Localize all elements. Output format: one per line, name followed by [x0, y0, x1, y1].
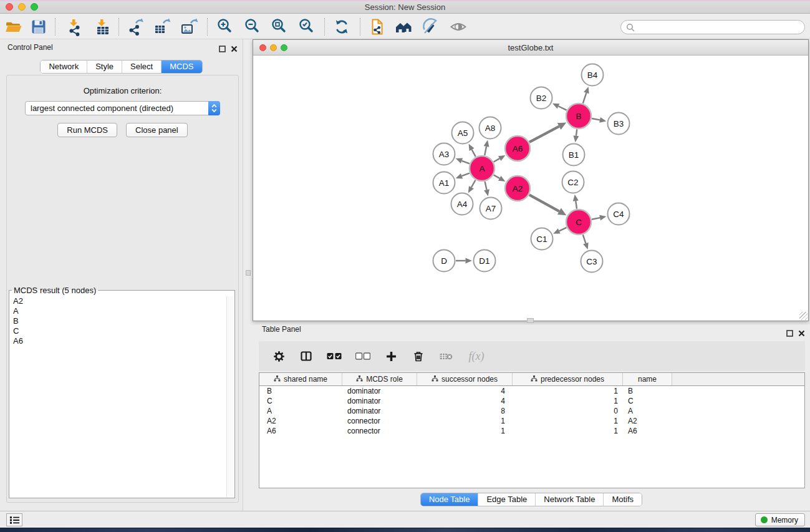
export-image-button[interactable] [179, 17, 199, 37]
graph-node-A2[interactable]: A2 [505, 176, 530, 201]
graph-node-B1[interactable]: B1 [563, 144, 585, 166]
graph-edge-C-C3[interactable] [583, 235, 589, 249]
graph-edge-B-B4[interactable] [583, 87, 589, 104]
graph-edge-A-A1[interactable] [456, 173, 470, 179]
zoom-fit-button[interactable] [269, 17, 289, 37]
apply-layout-button[interactable] [332, 17, 352, 37]
float-panel-icon[interactable] [219, 44, 226, 55]
graph-node-C2[interactable]: C2 [562, 172, 584, 193]
export-network-button[interactable] [126, 17, 146, 37]
delete-table-button[interactable] [438, 349, 453, 364]
select-all-columns-button[interactable] [326, 349, 342, 364]
save-session-button[interactable] [29, 17, 49, 37]
tab-node-table[interactable]: Node Table [421, 493, 478, 506]
resize-grip[interactable] [799, 312, 808, 320]
unselect-all-columns-button[interactable] [355, 349, 371, 364]
network-canvas[interactable]: B4B2BB3A8A5A6A3B1AA1C2A2A4A7C4CC1C3DD1 [253, 56, 808, 321]
new-network-from-selection-button[interactable] [367, 17, 387, 37]
function-builder-button[interactable]: f(x) [466, 349, 487, 364]
tab-select[interactable]: Select [122, 60, 161, 73]
mcds-result-item[interactable]: C [10, 326, 226, 336]
graph-edge-B-B1[interactable] [573, 129, 579, 142]
mcds-result-item[interactable]: A2 [10, 296, 226, 306]
tab-edge-table[interactable]: Edge Table [478, 493, 535, 506]
graph-edge-A6-B[interactable] [529, 123, 566, 142]
graph-edge-A-A7[interactable] [484, 181, 489, 196]
export-table-button[interactable] [152, 17, 172, 37]
graph-edge-B-B3[interactable] [592, 117, 606, 123]
graph-node-A7[interactable]: A7 [480, 198, 502, 220]
column-header-shared-name[interactable]: shared name [259, 373, 342, 385]
graph-edge-A-A5[interactable] [469, 144, 476, 157]
zoom-selected-button[interactable] [297, 17, 317, 37]
task-history-button[interactable] [6, 513, 22, 526]
run-mcds-button[interactable]: Run MCDS [57, 123, 117, 137]
column-header-MCDS-role[interactable]: MCDS role [342, 373, 417, 385]
table-row[interactable]: Bdominator41B [259, 386, 804, 396]
table-row[interactable]: A2connector11A2 [259, 416, 804, 426]
show-column-button[interactable] [299, 349, 314, 364]
network-window-titlebar[interactable]: testGlobe.txt [253, 40, 808, 56]
graph-node-C[interactable]: C [566, 210, 591, 235]
tab-network[interactable]: Network [41, 60, 87, 73]
graph-node-C4[interactable]: C4 [608, 203, 630, 225]
search-box[interactable] [620, 20, 805, 34]
table-row[interactable]: A6connector11A6 [259, 426, 804, 436]
graph-node-A6[interactable]: A6 [505, 136, 530, 161]
graph-edge-A-A4[interactable] [468, 180, 476, 193]
close-table-panel-icon[interactable] [798, 328, 805, 339]
horizontal-splitter-handle[interactable] [527, 318, 534, 323]
mcds-result-item[interactable]: A6 [10, 336, 226, 346]
result-scrollbar[interactable] [226, 296, 234, 497]
graph-edge-C-C4[interactable] [592, 215, 606, 221]
show-hide-panel-button[interactable] [448, 17, 468, 37]
first-neighbors-button[interactable] [393, 17, 413, 37]
hide-graphics-details-button[interactable] [420, 17, 440, 37]
delete-column-button[interactable] [411, 349, 426, 364]
create-column-button[interactable] [383, 349, 398, 364]
search-input[interactable] [638, 22, 799, 32]
graph-node-D[interactable]: D [433, 250, 455, 272]
close-panel-icon[interactable] [231, 44, 238, 55]
table-settings-button[interactable] [271, 349, 286, 364]
graph-edge-A2-C[interactable] [529, 195, 566, 215]
graph-edge-A-A2[interactable] [494, 175, 506, 181]
float-table-panel-icon[interactable] [786, 328, 793, 339]
graph-node-D1[interactable]: D1 [474, 250, 496, 272]
graph-node-A8[interactable]: A8 [480, 117, 501, 139]
open-session-button[interactable] [4, 17, 24, 37]
graph-node-A[interactable]: A [470, 156, 494, 181]
zoom-out-button[interactable] [243, 17, 263, 37]
tab-mcds[interactable]: MCDS [161, 60, 201, 73]
graph-node-B[interactable]: B [566, 104, 591, 128]
close-panel-button[interactable]: Close panel [126, 123, 188, 137]
import-network-button[interactable] [65, 17, 85, 37]
column-header-successor-nodes[interactable]: successor nodes [417, 373, 513, 385]
optimization-criterion-select[interactable]: largest connected component (directed) [25, 101, 220, 115]
graph-node-B3[interactable]: B3 [608, 113, 630, 135]
graph-edge-C-C2[interactable] [573, 195, 579, 209]
tab-motifs[interactable]: Motifs [603, 493, 642, 506]
graph-node-A5[interactable]: A5 [452, 122, 474, 144]
graph-node-C1[interactable]: C1 [531, 228, 553, 250]
graph-edge-C-C1[interactable] [553, 228, 566, 234]
graph-edge-A-A8[interactable] [484, 140, 489, 155]
graph-node-A1[interactable]: A1 [433, 172, 455, 194]
mcds-result-item[interactable]: B [10, 316, 226, 326]
import-table-button[interactable] [93, 17, 113, 37]
table-row[interactable]: Adominator80A [259, 406, 804, 416]
graph-edge-A-A3[interactable] [456, 158, 470, 164]
graph-node-A4[interactable]: A4 [451, 193, 473, 215]
graph-node-B4[interactable]: B4 [582, 64, 604, 86]
zoom-in-button[interactable] [215, 17, 235, 37]
mcds-result-item[interactable]: A [10, 306, 226, 316]
column-header-name[interactable]: name [623, 373, 672, 385]
column-header-predecessor-nodes[interactable]: predecessor nodes [513, 373, 623, 385]
vertical-splitter[interactable] [243, 39, 253, 511]
tab-style[interactable]: Style [87, 60, 122, 73]
table-row[interactable]: Cdominator41C [259, 396, 804, 406]
graph-node-A3[interactable]: A3 [433, 143, 455, 165]
graph-node-B2[interactable]: B2 [531, 87, 552, 109]
splitter-handle[interactable] [246, 270, 251, 276]
graph-edge-B-B2[interactable] [552, 104, 567, 110]
